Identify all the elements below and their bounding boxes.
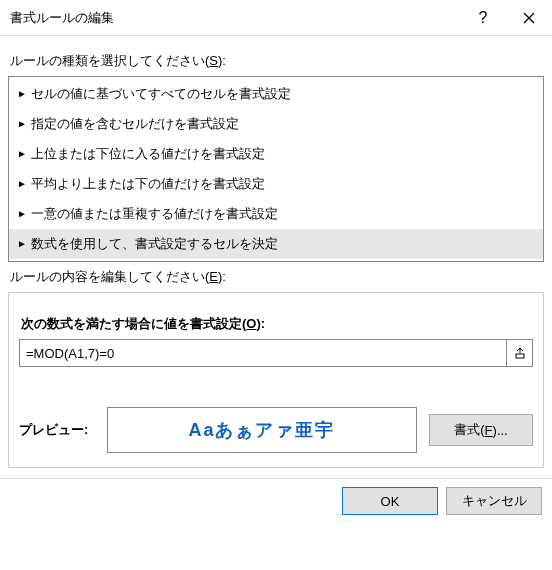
formula-row [19,339,533,367]
arrow-icon: ► [17,119,27,129]
close-icon [523,12,535,24]
format-button[interactable]: 書式(F)... [429,414,533,446]
preview-box: Aaあぁアァ亜宇 [107,407,417,453]
close-button[interactable] [506,0,552,36]
arrow-icon: ► [17,209,27,219]
dialog-content: ルールの種類を選択してください(S): ►セルの値に基づいてすべてのセルを書式設… [0,36,552,468]
rule-type-label: セルの値に基づいてすべてのセルを書式設定 [31,85,291,103]
rule-type-item[interactable]: ►セルの値に基づいてすべてのセルを書式設定 [9,79,543,109]
rule-type-label: 一意の値または重複する値だけを書式設定 [31,205,278,223]
preview-row: プレビュー: Aaあぁアァ亜宇 書式(F)... [19,407,533,453]
edit-rule-content-label: ルールの内容を編集してください(E): [10,268,544,286]
rule-type-list: ►セルの値に基づいてすべてのセルを書式設定►指定の値を含むセルだけを書式設定►上… [8,76,544,262]
window-controls: ? [460,0,552,36]
dialog-title: 書式ルールの編集 [10,9,460,27]
rule-type-item[interactable]: ►平均より上または下の値だけを書式設定 [9,169,543,199]
dialog-button-row: OK キャンセル [0,478,552,525]
range-selector-icon [514,347,526,359]
rule-type-label: 平均より上または下の値だけを書式設定 [31,175,265,193]
rule-type-label: 数式を使用して、書式設定するセルを決定 [31,235,278,253]
formula-condition-label: 次の数式を満たす場合に値を書式設定(O): [21,315,533,333]
arrow-icon: ► [17,89,27,99]
formula-input[interactable] [19,339,507,367]
cancel-button[interactable]: キャンセル [446,487,542,515]
rule-type-item[interactable]: ►指定の値を含むセルだけを書式設定 [9,109,543,139]
svg-rect-2 [516,354,524,358]
rule-content-panel: 次の数式を満たす場合に値を書式設定(O): プレビュー: Aaあぁアァ亜宇 書式… [8,292,544,468]
rule-type-item[interactable]: ►一意の値または重複する値だけを書式設定 [9,199,543,229]
preview-label: プレビュー: [19,421,95,439]
rule-type-label: 指定の値を含むセルだけを書式設定 [31,115,239,133]
rule-type-label: 上位または下位に入る値だけを書式設定 [31,145,265,163]
rule-type-item[interactable]: ►数式を使用して、書式設定するセルを決定 [9,229,543,259]
titlebar: 書式ルールの編集 ? [0,0,552,36]
collapse-dialog-button[interactable] [507,339,533,367]
rule-type-item[interactable]: ►上位または下位に入る値だけを書式設定 [9,139,543,169]
select-rule-type-label: ルールの種類を選択してください(S): [10,52,544,70]
ok-button[interactable]: OK [342,487,438,515]
help-button[interactable]: ? [460,0,506,36]
arrow-icon: ► [17,239,27,249]
arrow-icon: ► [17,149,27,159]
arrow-icon: ► [17,179,27,189]
